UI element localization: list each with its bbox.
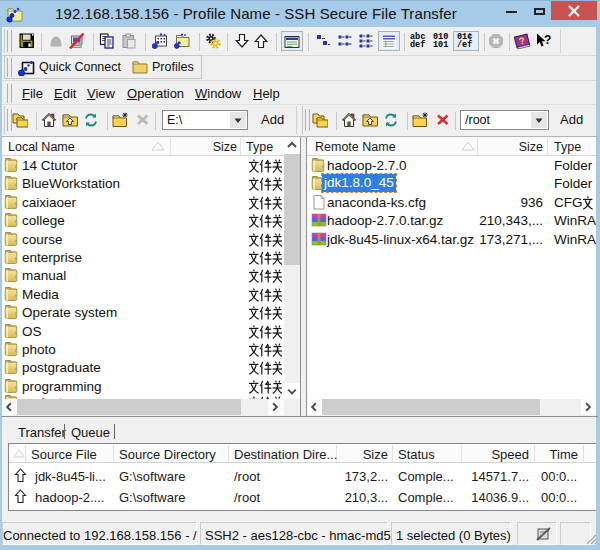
svg-text:?: ?	[544, 33, 551, 47]
